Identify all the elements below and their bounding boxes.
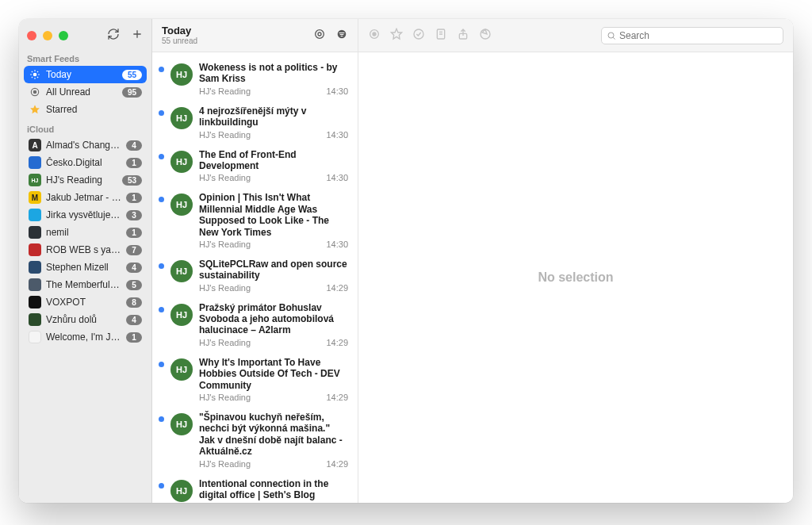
today-icon (29, 68, 41, 81)
star-icon[interactable] (390, 28, 403, 44)
unread-dot-icon (159, 110, 164, 116)
article-title: "Špinavou kuchyň neřeším, nechci být výk… (199, 412, 348, 458)
article-row[interactable]: HJWokeness is not a politics - by Sam Kr… (152, 57, 358, 101)
sidebar-feed-item[interactable]: Welcome, I'm Jakub!1 (24, 328, 147, 346)
search-field[interactable] (601, 27, 783, 44)
svg-rect-16 (340, 34, 344, 35)
add-icon[interactable] (131, 28, 144, 44)
sidebar-item-label: Česko.Digital (46, 157, 121, 168)
sidebar-feed-item[interactable]: nemil1 (24, 224, 147, 241)
sidebar-item-label: Today (46, 69, 117, 80)
sidebar-feed-item[interactable]: HJHJ's Reading53 (24, 171, 147, 189)
sidebar-smartfeed-today[interactable]: Today55 (24, 66, 147, 83)
mark-read-icon[interactable] (313, 28, 326, 44)
article-row[interactable]: HJ4 nejrozšířenější mýty v linkbuildingu… (152, 101, 358, 144)
article-title: Wokeness is not a politics - by Sam Kris… (199, 62, 348, 85)
feed-icon (29, 278, 41, 291)
sidebar-item-label: The Memberful Blog (46, 279, 121, 290)
close-window-button[interactable] (27, 31, 36, 40)
sidebar-smartfeed-star[interactable]: Starred (24, 101, 147, 118)
article-title: 4 nejrozšířenější mýty v linkbuildingu (199, 105, 348, 128)
detail-header (358, 19, 793, 52)
unread-badge: 55 (122, 70, 142, 80)
article-time: 14:29 (326, 393, 348, 402)
unread-dot-icon (159, 307, 164, 312)
search-input[interactable] (619, 30, 778, 41)
article-time: 14:30 (326, 86, 348, 96)
unread-dot-icon (159, 362, 164, 367)
reader-icon[interactable] (435, 28, 447, 44)
unread-badge: 4 (126, 315, 142, 325)
sidebar-feed-item[interactable]: Vzhůru dolů4 (24, 311, 147, 328)
unread-icon (29, 86, 41, 98)
svg-line-6 (37, 77, 38, 78)
feed-icon (29, 209, 41, 221)
sidebar-item-label: Welcome, I'm Jakub! (46, 331, 121, 343)
unread-badge: 3 (126, 210, 142, 220)
open-browser-icon[interactable] (479, 28, 492, 44)
unread-badge: 1 (126, 158, 142, 168)
detail-empty-state: No selection (358, 52, 793, 503)
article-feed-avatar: HJ (170, 194, 193, 216)
sidebar-feed-item[interactable]: The Memberful Blog5 (24, 276, 147, 293)
article-time: 14:30 (326, 130, 348, 140)
unread-badge: 4 (126, 140, 142, 151)
sidebar-feed-item[interactable]: Česko.Digital1 (24, 154, 147, 171)
refresh-icon[interactable] (107, 28, 120, 44)
unread-badge: 1 (126, 193, 142, 203)
fullscreen-window-button[interactable] (59, 31, 68, 40)
article-feed-avatar: HJ (170, 480, 193, 502)
article-row[interactable]: HJWhy It's Important To Have Hobbies Out… (152, 352, 358, 407)
feed-icon (29, 226, 41, 239)
titlebar (19, 19, 151, 52)
window-controls (27, 31, 68, 40)
unread-badge: 4 (126, 262, 142, 273)
article-row[interactable]: HJSQLitePCLRaw and open source sustainab… (152, 254, 358, 297)
article-feed-name: HJ's Reading (199, 173, 251, 182)
feed-icon: A (29, 139, 41, 151)
sidebar: Smart Feeds Today55All Unread95Starred i… (19, 19, 152, 503)
sidebar-feed-item[interactable]: AAlmad's Changelog4 (24, 136, 147, 154)
sidebar-item-label: All Unread (46, 86, 117, 98)
svg-line-7 (32, 77, 33, 78)
sidebar-feed-item[interactable]: ROB WEB s yablkom7 (24, 241, 147, 259)
svg-marker-20 (391, 29, 401, 39)
article-row[interactable]: HJ"Špinavou kuchyň neřeším, nechci být v… (152, 407, 358, 473)
article-list-column: Today 55 unread HJWokeness is not a poli… (152, 19, 358, 503)
article-feed-name: HJ's Reading (199, 283, 251, 293)
minimize-window-button[interactable] (43, 31, 52, 40)
article-row[interactable]: HJIntentional connection in the digital … (152, 473, 358, 503)
article-row[interactable]: HJThe End of Front-End DevelopmentHJ's R… (152, 144, 358, 188)
svg-line-5 (32, 71, 33, 72)
sidebar-feed-item[interactable]: Stephen Mizell4 (24, 259, 147, 276)
sidebar-item-label: Almad's Changelog (46, 140, 121, 151)
detail-column: No selection (358, 19, 793, 503)
share-icon[interactable] (457, 28, 469, 44)
feed-icon (29, 156, 41, 169)
read-toggle-icon[interactable] (368, 28, 381, 44)
article-feed-avatar: HJ (170, 151, 193, 173)
article-time: 14:30 (326, 173, 348, 182)
sidebar-item-label: Vzhůru dolů (46, 314, 121, 325)
article-row[interactable]: HJOpinion | This Isn't What Millennial M… (152, 187, 358, 254)
next-unread-icon[interactable] (412, 28, 425, 44)
article-row[interactable]: HJPražský primátor Bohuslav Svoboda a je… (152, 297, 358, 352)
unread-dot-icon (159, 483, 164, 489)
article-feed-avatar: HJ (170, 304, 193, 326)
svg-point-0 (33, 73, 37, 77)
sidebar-feed-item[interactable]: MJakub Jetmar - Médiář1 (24, 189, 147, 206)
article-title: SQLitePCLRaw and open source sustainabil… (199, 259, 348, 282)
sidebar-smartfeed-unread[interactable]: All Unread95 (24, 83, 147, 101)
search-icon (607, 31, 616, 40)
filter-icon[interactable] (335, 28, 348, 44)
unread-badge: 53 (122, 175, 142, 186)
sidebar-feed-item[interactable]: VOXPOT8 (24, 293, 147, 311)
unread-dot-icon (159, 263, 164, 269)
sidebar-feed-item[interactable]: Jirka vysvětluje věci3 (24, 206, 147, 224)
feed-icon (29, 243, 41, 256)
star-icon (29, 103, 41, 116)
svg-point-21 (414, 29, 423, 39)
unread-badge: 5 (126, 280, 142, 290)
sidebar-item-label: Starred (46, 104, 142, 115)
unread-badge: 1 (126, 228, 142, 238)
